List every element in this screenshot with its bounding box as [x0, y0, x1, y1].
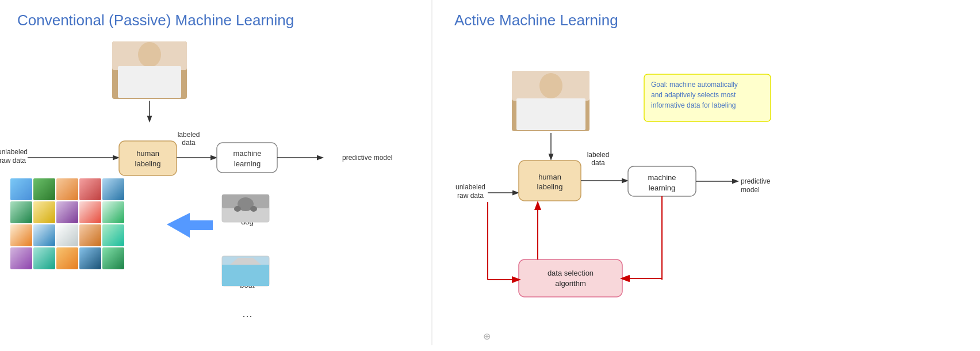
right-panel: Active Machine Learning Goal: machine au… [437, 0, 980, 351]
grid-cell [102, 224, 124, 246]
grid-cell [33, 178, 55, 200]
grid-cell [56, 178, 78, 200]
svg-point-31 [539, 73, 562, 98]
grid-cell [10, 201, 32, 223]
svg-rect-2 [118, 66, 181, 98]
svg-rect-21 [222, 194, 269, 222]
svg-text:raw data: raw data [457, 192, 484, 200]
svg-rect-32 [516, 98, 585, 130]
left-panel: Conventional (Passive) Machine Learning … [0, 0, 437, 47]
svg-text:data selection: data selection [548, 269, 594, 277]
svg-text:labeled: labeled [587, 151, 610, 159]
svg-text:predictive model: predictive model [342, 154, 392, 162]
svg-text:labeling: labeling [135, 159, 161, 168]
grid-cell [79, 247, 101, 269]
svg-point-24 [234, 206, 241, 212]
grid-cell [10, 224, 32, 246]
svg-text:dog: dog [241, 218, 254, 226]
right-flow-svg: Goal: machine automatically and adaptive… [454, 35, 980, 351]
grid-cell [33, 201, 55, 223]
svg-rect-12 [217, 143, 277, 173]
grid-cell [33, 224, 55, 246]
svg-text:informative data for labeling: informative data for labeling [651, 101, 736, 109]
svg-rect-22 [222, 194, 269, 208]
svg-text:and adaptively selects most: and adaptively selects most [651, 91, 736, 99]
right-title: Active Machine Learning [454, 12, 963, 29]
svg-rect-53 [519, 260, 622, 297]
svg-text:Goal: machine automatically: Goal: machine automatically [651, 81, 738, 89]
svg-text:unlabeled: unlabeled [455, 183, 485, 191]
svg-point-23 [238, 197, 254, 211]
svg-rect-0 [112, 41, 187, 70]
grid-cell [102, 178, 124, 200]
left-flow-svg: unlabeled raw data human labeling labele… [0, 0, 426, 322]
grid-cell [33, 247, 55, 269]
grid-cell [79, 224, 101, 246]
person-image-left [112, 41, 187, 99]
svg-text:⋯: ⋯ [242, 310, 252, 322]
svg-text:human: human [538, 173, 561, 181]
svg-text:raw data: raw data [0, 157, 26, 165]
svg-text:data: data [182, 139, 196, 147]
grid-cell [102, 201, 124, 223]
image-grid [10, 178, 124, 269]
grid-cell [56, 201, 78, 223]
svg-text:human: human [136, 149, 159, 158]
svg-marker-28 [230, 258, 261, 265]
grid-cell [56, 224, 78, 246]
svg-text:labeled: labeled [178, 131, 200, 139]
divider [431, 0, 432, 345]
svg-point-1 [138, 42, 161, 67]
svg-text:labeling: labeling [537, 182, 563, 191]
svg-text:algorithm: algorithm [555, 279, 585, 288]
grid-cell [56, 247, 78, 269]
left-title: Conventional (Passive) Machine Learning [17, 12, 420, 29]
grid-cell [79, 178, 101, 200]
svg-rect-27 [222, 265, 269, 286]
unlabeled-label-left: unlabeled [0, 148, 28, 156]
svg-text:data: data [591, 159, 605, 167]
grid-cell [10, 178, 32, 200]
svg-rect-6 [119, 141, 177, 175]
svg-text:learning: learning [234, 159, 261, 168]
svg-text:model: model [741, 186, 760, 194]
svg-text:machine: machine [648, 173, 676, 182]
svg-point-25 [250, 206, 257, 212]
svg-text:boat: boat [240, 281, 255, 289]
svg-rect-26 [222, 256, 269, 286]
svg-text:learning: learning [649, 184, 675, 192]
svg-text:machine: machine [233, 149, 261, 158]
svg-marker-17 [167, 213, 213, 238]
grid-cell [102, 247, 124, 269]
svg-text:predictive: predictive [741, 177, 771, 185]
grid-cell [79, 201, 101, 223]
grid-cell [10, 247, 32, 269]
